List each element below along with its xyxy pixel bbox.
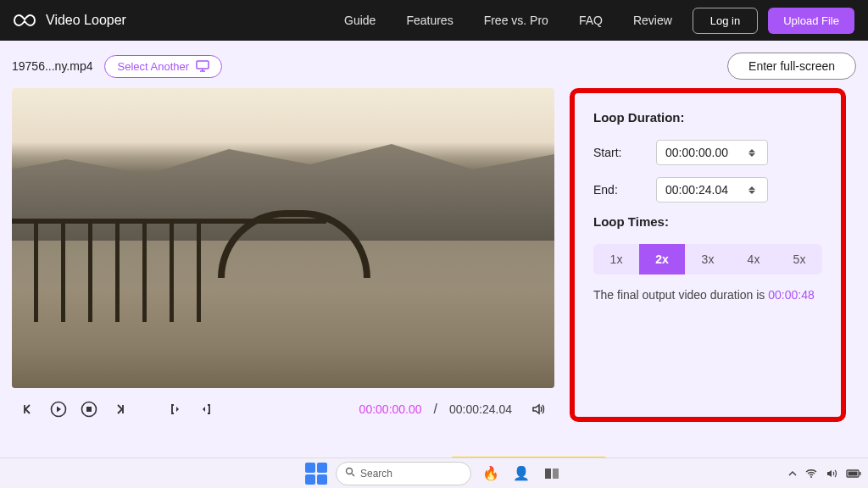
system-tray xyxy=(788,469,861,479)
app-title: Video Looper xyxy=(46,13,126,28)
current-time: 00:00:00.00 xyxy=(359,402,422,416)
app-header: Video Looper Guide Features Free vs. Pro… xyxy=(0,0,868,41)
svg-rect-6 xyxy=(86,407,92,412)
loop-times-selector: 1x 2x 3x 4x 5x xyxy=(593,244,822,274)
nav-links: Guide Features Free vs. Pro FAQ Review xyxy=(344,14,672,27)
select-another-label: Select Another xyxy=(117,60,189,73)
taskbar-app-icon-2[interactable]: 👤 xyxy=(510,463,532,485)
start-label: Start: xyxy=(593,146,656,159)
chevron-down-icon[interactable] xyxy=(748,191,755,194)
step-forward-icon[interactable] xyxy=(110,400,129,419)
windows-taskbar: Search 🔥 👤 xyxy=(0,458,868,488)
stop-icon[interactable] xyxy=(80,400,98,419)
volume-icon[interactable] xyxy=(529,400,548,419)
player-column: 00:00:00.00 /00:00:24.04 xyxy=(12,88,554,422)
fullscreen-button[interactable]: Enter full-screen xyxy=(727,53,856,80)
start-time-input[interactable]: 00:00:00.00 xyxy=(656,140,768,165)
loop-times-5x[interactable]: 5x xyxy=(776,244,822,274)
svg-point-8 xyxy=(347,469,353,474)
set-start-bracket-icon[interactable] xyxy=(166,400,185,419)
search-icon xyxy=(345,467,355,480)
task-view-icon[interactable] xyxy=(541,463,563,485)
final-duration-line: The final output video duration is 00:00… xyxy=(593,288,822,302)
end-label: End: xyxy=(593,183,656,197)
speaker-icon[interactable] xyxy=(826,469,837,479)
svg-rect-10 xyxy=(545,469,551,479)
loop-times-4x[interactable]: 4x xyxy=(731,244,776,274)
final-duration-value: 00:00:48 xyxy=(768,288,815,302)
taskbar-app-icon-1[interactable]: 🔥 xyxy=(480,463,502,485)
start-spinner[interactable] xyxy=(748,149,759,157)
loop-times-1x[interactable]: 1x xyxy=(593,244,639,274)
loop-duration-heading: Loop Duration: xyxy=(593,110,822,125)
step-back-icon[interactable] xyxy=(19,400,37,419)
login-button[interactable]: Log in xyxy=(693,8,758,34)
end-time-input[interactable]: 00:00:24.04 xyxy=(656,177,768,202)
svg-line-9 xyxy=(352,474,354,476)
svg-rect-11 xyxy=(553,469,559,479)
nav-faq[interactable]: FAQ xyxy=(579,14,603,27)
app-logo: Video Looper xyxy=(14,13,126,28)
select-another-button[interactable]: Select Another xyxy=(104,55,222,78)
sub-header: 19756...ny.mp4 Select Another Enter full… xyxy=(0,41,868,88)
filename-label: 19756...ny.mp4 xyxy=(12,59,92,73)
end-spinner[interactable] xyxy=(748,186,759,194)
end-time-value: 00:00:24.04 xyxy=(665,183,728,197)
svg-point-12 xyxy=(810,476,812,478)
start-button[interactable] xyxy=(305,463,327,485)
nav-free-vs-pro[interactable]: Free vs. Pro xyxy=(484,14,548,27)
play-icon[interactable] xyxy=(49,400,68,419)
chevron-up-icon[interactable] xyxy=(748,149,755,152)
battery-icon[interactable] xyxy=(846,469,861,478)
start-time-value: 00:00:00.00 xyxy=(665,146,728,159)
loop-times-2x[interactable]: 2x xyxy=(639,244,685,274)
set-end-bracket-icon[interactable] xyxy=(197,400,215,419)
svg-rect-15 xyxy=(849,471,858,475)
infinity-icon xyxy=(14,14,37,27)
nav-features[interactable]: Features xyxy=(406,14,453,27)
total-time: 00:00:24.04 xyxy=(449,402,512,416)
svg-rect-0 xyxy=(197,61,209,69)
player-controls: 00:00:00.00 /00:00:24.04 xyxy=(12,388,554,422)
final-duration-prefix: The final output video duration is xyxy=(593,288,768,302)
chevron-down-icon[interactable] xyxy=(748,153,755,157)
taskbar-search[interactable]: Search xyxy=(336,462,471,485)
chevron-up-icon[interactable] xyxy=(788,470,797,477)
loop-times-3x[interactable]: 3x xyxy=(685,244,731,274)
time-slash: / xyxy=(434,402,437,417)
nav-review[interactable]: Review xyxy=(633,14,672,27)
chevron-up-icon[interactable] xyxy=(748,186,755,190)
taskbar-search-placeholder: Search xyxy=(360,468,392,480)
wifi-icon[interactable] xyxy=(805,469,817,479)
svg-rect-14 xyxy=(860,472,861,475)
video-preview[interactable] xyxy=(12,88,554,388)
loop-times-heading: Loop Times: xyxy=(593,214,822,229)
loop-settings-panel: Loop Duration: Start: 00:00:00.00 End: 0… xyxy=(570,88,846,422)
nav-guide[interactable]: Guide xyxy=(344,14,376,27)
monitor-icon xyxy=(196,60,209,72)
upload-file-button[interactable]: Upload File xyxy=(768,8,854,34)
